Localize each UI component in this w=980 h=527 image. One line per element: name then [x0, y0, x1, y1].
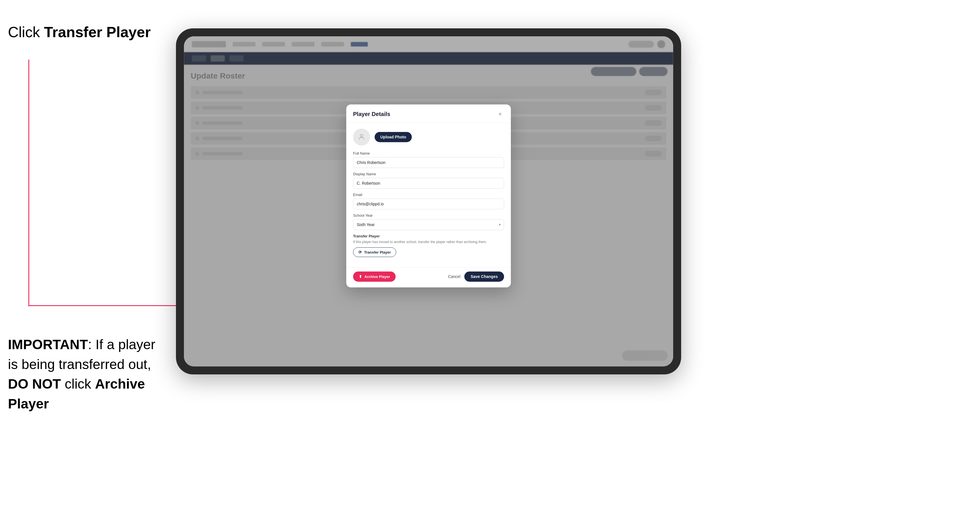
- instruction-click-bold: Transfer Player: [44, 24, 151, 40]
- full-name-group: Full Name: [353, 151, 504, 168]
- archive-player-button[interactable]: ⬆ Archive Player: [353, 271, 396, 282]
- arrow-vertical: [29, 60, 29, 306]
- transfer-section-title: Transfer Player: [353, 234, 504, 238]
- transfer-player-section: Transfer Player If this player has moved…: [353, 234, 504, 257]
- full-name-input[interactable]: [353, 157, 504, 168]
- display-name-label: Display Name: [353, 172, 504, 176]
- modal-overlay: Player Details × Upload Photo: [184, 36, 673, 367]
- modal-title: Player Details: [353, 111, 390, 117]
- email-label: Email: [353, 193, 504, 197]
- photo-upload-row: Upload Photo: [353, 129, 504, 146]
- modal-header: Player Details ×: [346, 105, 511, 123]
- do-not-label: DO NOT: [8, 376, 61, 391]
- do-not-text: click: [61, 376, 95, 391]
- instruction-click-text: Click: [8, 24, 44, 40]
- tablet-screen: Update Roster: [184, 36, 673, 367]
- school-year-group: School Year First Year Second Year Third…: [353, 213, 504, 230]
- instruction-top: Click Transfer Player: [8, 23, 151, 42]
- cancel-button[interactable]: Cancel: [448, 274, 461, 279]
- school-year-select-wrapper: First Year Second Year Third Year Fourth…: [353, 219, 504, 230]
- display-name-group: Display Name: [353, 172, 504, 189]
- school-year-label: School Year: [353, 213, 504, 217]
- display-name-input[interactable]: [353, 178, 504, 189]
- instruction-bottom: IMPORTANT: If a player is being transfer…: [8, 335, 167, 414]
- transfer-player-button[interactable]: ⟳ Transfer Player: [353, 247, 396, 257]
- modal-close-button[interactable]: ×: [496, 110, 504, 118]
- player-details-modal: Player Details × Upload Photo: [346, 105, 511, 287]
- transfer-player-label: Transfer Player: [364, 250, 391, 254]
- refresh-icon: ⟳: [358, 250, 362, 254]
- email-group: Email: [353, 193, 504, 210]
- svg-point-0: [360, 135, 363, 137]
- modal-body: Upload Photo Full Name Display Name: [346, 123, 511, 267]
- important-label: IMPORTANT: [8, 337, 88, 352]
- transfer-section-description: If this player has moved to another scho…: [353, 240, 504, 244]
- tablet-device: Update Roster: [176, 29, 681, 375]
- upload-photo-button[interactable]: Upload Photo: [375, 132, 412, 142]
- archive-icon: ⬆: [359, 274, 362, 279]
- full-name-label: Full Name: [353, 151, 504, 156]
- school-year-select[interactable]: First Year Second Year Third Year Fourth…: [353, 219, 504, 230]
- modal-footer: ⬆ Archive Player Cancel Save Changes: [346, 267, 511, 287]
- avatar-circle: [353, 129, 370, 146]
- save-changes-button[interactable]: Save Changes: [464, 271, 504, 282]
- archive-player-label: Archive Player: [364, 275, 390, 279]
- footer-right-actions: Cancel Save Changes: [448, 271, 504, 282]
- email-input[interactable]: [353, 198, 504, 210]
